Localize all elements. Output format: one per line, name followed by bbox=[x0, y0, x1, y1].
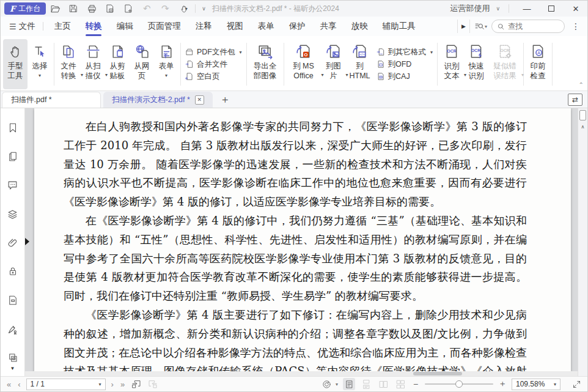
blank-page-button[interactable]: 空白页 bbox=[185, 72, 242, 82]
scroll-up-arrow[interactable]: ∧ bbox=[578, 124, 587, 130]
combine-files-button[interactable]: 合并文件 bbox=[185, 59, 242, 70]
zoom-out-button[interactable]: − bbox=[411, 379, 420, 389]
fullscreen-button[interactable] bbox=[570, 378, 582, 390]
hand-tool-button[interactable]: 手型工具 bbox=[3, 39, 28, 89]
security-panel-button[interactable] bbox=[7, 265, 19, 278]
doc-with-minus-icon[interactable] bbox=[101, 1, 119, 16]
open-file-button[interactable] bbox=[46, 1, 64, 16]
account-chevron-down-icon[interactable]: ∨ bbox=[496, 6, 500, 12]
preflight-button[interactable]: A 印前检查 bbox=[526, 39, 550, 89]
more-options-icon[interactable]: ⋮ bbox=[569, 21, 582, 31]
bookmarks-panel-button[interactable] bbox=[7, 122, 19, 134]
search-box[interactable] bbox=[491, 20, 565, 33]
from-scanner-button[interactable]: 从扫描仪▾ bbox=[81, 39, 105, 89]
tab-page-management[interactable]: 页面管理 bbox=[141, 16, 188, 37]
document-viewport[interactable]: 在白人驹教授和国内外著名影像学专家的共同努力下，《医学影像诊断学》第 3 版的修… bbox=[25, 108, 578, 376]
signatures-panel-button[interactable] bbox=[7, 323, 19, 335]
to-html-button[interactable]: </> 到 HTML bbox=[346, 39, 374, 89]
horizontal-scroll-thumb[interactable] bbox=[413, 372, 462, 375]
tab-view[interactable]: 视图 bbox=[219, 16, 251, 37]
form-label: 表单 bbox=[159, 62, 174, 70]
previous-view-button[interactable] bbox=[130, 378, 142, 390]
zoom-level-dropdown[interactable]: 109.58% ▾ bbox=[512, 379, 560, 390]
continuous-view-button[interactable] bbox=[360, 378, 372, 390]
fields-panel-button[interactable] bbox=[7, 352, 19, 364]
comments-panel-button[interactable] bbox=[7, 179, 19, 191]
tab-protect[interactable]: 保护 bbox=[282, 16, 313, 37]
tab-edit[interactable]: 编辑 bbox=[109, 16, 141, 37]
convert-files-button[interactable]: 文件转换▾ bbox=[56, 39, 81, 89]
tab-close-icon[interactable]: ✕ bbox=[195, 95, 204, 105]
tab-form[interactable]: 表单 bbox=[251, 16, 282, 37]
to-other-formats-button[interactable]: 到其它格式▾ bbox=[377, 47, 433, 57]
save-button[interactable] bbox=[64, 1, 83, 16]
hand-quick-tool-button[interactable]: ▾ bbox=[174, 1, 193, 16]
file-menu[interactable]: 文件 bbox=[19, 21, 35, 32]
account-label[interactable]: 运营部使用 bbox=[450, 3, 490, 14]
tab-convert[interactable]: 转换 bbox=[78, 16, 109, 37]
workspace-button[interactable]: F 工作台 bbox=[4, 2, 46, 15]
to-ofd-button[interactable]: 到OFD bbox=[377, 59, 433, 70]
sidebar-more-button[interactable]: ▼ bbox=[10, 366, 15, 371]
zoom-slider[interactable] bbox=[425, 380, 493, 388]
form-button[interactable]: 表单▾ bbox=[154, 39, 178, 89]
quick-recognize-button[interactable]: OCR 快速识别 bbox=[464, 39, 488, 89]
to-ms-office-button[interactable]: O 到 MS Office▾ bbox=[286, 39, 322, 89]
search-input[interactable] bbox=[508, 22, 557, 31]
to-image-label: 到图片 bbox=[326, 62, 341, 80]
tab-share[interactable]: 共享 bbox=[313, 16, 344, 37]
close-button[interactable]: ✕ bbox=[567, 1, 585, 16]
redo-button[interactable]: ↷ bbox=[156, 1, 174, 16]
new-tab-button[interactable]: ＋ bbox=[213, 92, 238, 106]
export-all-images-button[interactable]: 导出全部图像 bbox=[249, 39, 282, 89]
title-chevron-down-icon[interactable]: ∨ bbox=[202, 6, 206, 12]
ribbon-overflow-arrow[interactable]: ▶ bbox=[457, 20, 470, 33]
next-page-button[interactable]: › bbox=[110, 380, 115, 389]
hamburger-menu-icon[interactable]: ☰ bbox=[9, 22, 17, 31]
tab-comment[interactable]: 注释 bbox=[188, 16, 219, 37]
pdf-page[interactable]: 在白人驹教授和国内外著名影像学专家的共同努力下，《医学影像诊断学》第 3 版的修… bbox=[34, 108, 571, 376]
from-web-button[interactable]: 从网页 bbox=[130, 39, 154, 89]
collapse-ribbon-button[interactable]: ⌃ bbox=[579, 81, 584, 88]
tab-accessibility[interactable]: 辅助工具 bbox=[375, 16, 423, 37]
vertical-scrollbar[interactable]: ∧ bbox=[578, 108, 587, 376]
pdf-portfolio-button[interactable]: PDF文件包▾ bbox=[185, 47, 242, 57]
next-view-button[interactable] bbox=[147, 378, 159, 390]
recognize-text-button[interactable]: OCR 识别文本▾ bbox=[439, 39, 464, 89]
convert-files-label: 文件转换 bbox=[61, 62, 76, 80]
search-commands-button[interactable]: ▾ bbox=[474, 21, 487, 32]
attachments-panel-button[interactable] bbox=[7, 237, 19, 249]
panel-expand-handle[interactable] bbox=[25, 238, 29, 245]
to-caj-button[interactable]: 到CAJ bbox=[377, 72, 433, 82]
ribbon-toolbar: 手型工具 选择▾ 文件转换▾ 从扫描仪▾ 从剪贴板 从网页 表单▾ bbox=[1, 36, 587, 91]
vertical-scroll-thumb[interactable] bbox=[579, 110, 586, 120]
single-page-view-button[interactable] bbox=[343, 378, 355, 390]
rotate-chevron-down-icon[interactable]: ▾ bbox=[336, 382, 338, 387]
page-number-dropdown[interactable]: 1 / 1 ▾ bbox=[26, 379, 106, 390]
zoom-in-button[interactable]: ＋ bbox=[498, 379, 507, 390]
to-image-button[interactable]: 到图片▾ bbox=[322, 39, 346, 89]
layers-panel-button[interactable] bbox=[7, 208, 19, 220]
select-button[interactable]: 选择▾ bbox=[28, 39, 52, 89]
pages-panel-button[interactable] bbox=[7, 150, 19, 163]
doc-tab-2-active[interactable]: 扫描件演示文档-2.pdf * ✕ bbox=[103, 92, 213, 108]
tab-present[interactable]: 放映 bbox=[344, 16, 375, 37]
add-page-button[interactable] bbox=[119, 1, 138, 16]
rotate-view-button[interactable] bbox=[321, 378, 333, 390]
print-button[interactable] bbox=[83, 1, 101, 16]
previous-page-button[interactable]: ‹ bbox=[17, 380, 21, 389]
undo-button[interactable]: ↶ bbox=[138, 1, 156, 16]
destinations-panel-button[interactable] bbox=[7, 294, 19, 306]
minimize-button[interactable]: — bbox=[518, 1, 536, 16]
switch-tabs-icon[interactable]: ⇄ bbox=[568, 94, 582, 106]
maximize-button[interactable] bbox=[542, 1, 560, 16]
facing-continuous-view-button[interactable] bbox=[394, 378, 406, 390]
doc-tab-1[interactable]: 扫描件.pdf * bbox=[2, 92, 101, 108]
zoom-slider-thumb[interactable] bbox=[455, 380, 463, 388]
first-page-button[interactable]: « bbox=[6, 380, 12, 389]
facing-view-button[interactable] bbox=[377, 378, 389, 390]
from-clipboard-button[interactable]: 从剪贴板 bbox=[105, 39, 130, 89]
horizontal-scrollbar[interactable] bbox=[25, 371, 578, 376]
tab-home[interactable]: 主页 bbox=[47, 16, 78, 37]
last-page-button[interactable]: » bbox=[119, 380, 126, 389]
